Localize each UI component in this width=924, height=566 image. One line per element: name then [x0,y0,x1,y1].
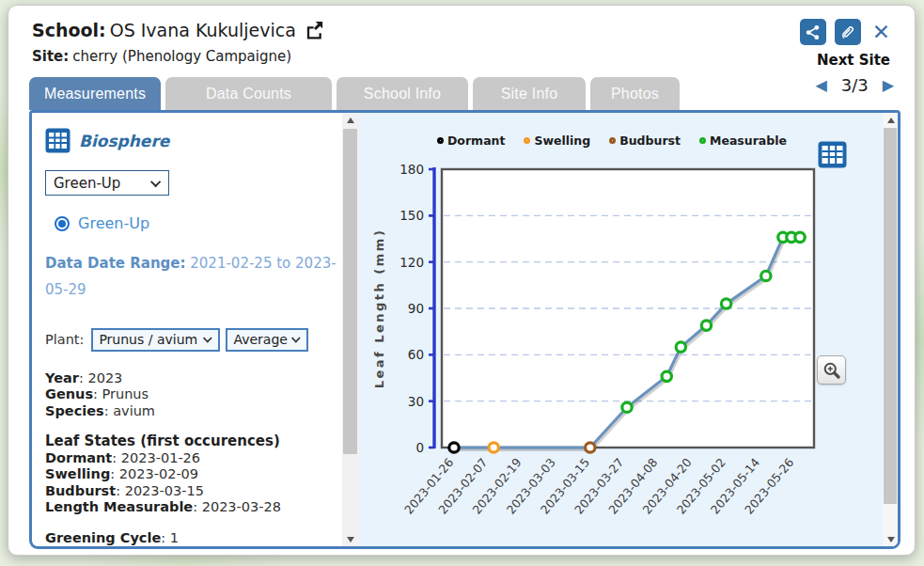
dialog-controls: ✕ Next Site ◀ 3/3 ▶ [800,19,890,95]
info-row: Greening Cycle: 1 [45,530,337,547]
svg-text:150: 150 [399,208,424,223]
info-row: Year: 2023 [45,370,337,387]
section-heading: Leaf States (first occurences) [45,433,337,450]
svg-text:30: 30 [408,394,424,409]
radio-selected-icon [55,216,70,231]
aggregate-select[interactable]: Average [226,328,308,352]
tab-site-info[interactable]: Site Info [473,77,586,110]
leaf-length-chart[interactable]: 03060901201501802023-01-262023-02-072023… [358,113,880,546]
tab-photos[interactable]: Photos [590,77,680,110]
chevron-down-icon [291,334,301,343]
chevron-down-icon [150,176,161,186]
info-row: Dormant: 2023-01-26 [45,450,337,467]
tab-bar: MeasurementsData CountsSchool InfoSite I… [29,77,680,110]
svg-text:90: 90 [408,301,424,316]
plant-label: Plant: [45,332,84,347]
school-title: School:OS Ivana Kukuljevica [32,19,325,40]
dataset-select[interactable]: Green-Up [45,170,169,196]
info-row: Genus: Prunus [45,386,337,403]
share-button[interactable] [800,19,826,45]
export-icon[interactable] [304,19,325,40]
chevron-down-icon [203,334,212,343]
school-label: School: [32,20,106,40]
info-panel-scrollbar[interactable] [342,113,358,546]
site-label: Site: [32,48,69,65]
next-site-label: Next Site [817,52,890,69]
biosphere-title: Biosphere [79,132,169,150]
data-date-range: Data Date Range: 2021-02-25 to 2023-05-2… [45,251,341,304]
zoom-in-button[interactable] [817,355,846,385]
info-row: Budburst: 2023-03-15 [45,483,337,500]
table-icon [818,141,847,168]
close-icon[interactable]: ✕ [872,20,890,44]
plant-selectors: Plant: Prunus / avium Average [45,328,337,352]
site-value: cherry (Phenology Campaigne) [72,48,291,65]
paperclip-icon [838,24,856,41]
plant-select-value: Prunus / avium [99,332,197,347]
svg-text:Leaf Length (mm): Leaf Length (mm) [372,228,386,389]
dialog-header: School:OS Ivana Kukuljevica Site:cherry … [32,19,325,65]
scroll-up-icon[interactable] [883,113,898,127]
info-rows: Year: 2023Genus: PrunusSpecies: aviumLea… [45,370,337,547]
scrollbar-thumb[interactable] [884,128,897,504]
svg-text:60: 60 [408,347,424,362]
biosphere-header: Biosphere [45,128,337,153]
site-subtitle: Site:cherry (Phenology Campaigne) [32,48,325,65]
dataset-select-value: Green-Up [54,175,120,192]
chart-panel-scrollbar[interactable] [883,113,898,546]
show-data-table-button[interactable] [818,141,847,172]
page-indicator: 3/3 [841,75,869,95]
table-icon [45,128,70,153]
scroll-up-icon[interactable] [342,113,358,127]
scrollbar-thumb[interactable] [343,129,357,454]
svg-text:120: 120 [399,255,424,270]
tab-data-counts[interactable]: Data Counts [165,77,332,110]
plant-select[interactable]: Prunus / avium [91,328,220,352]
measurements-info-panel: Biosphere Green-Up Green-Up Data Date Ra… [32,113,342,546]
site-pager: ◀ 3/3 ▶ [815,75,894,95]
aggregate-select-value: Average [233,332,288,347]
zoom-in-icon [822,361,841,380]
tab-measurements[interactable]: Measurements [29,77,161,110]
scroll-down-icon[interactable] [883,532,898,546]
info-row: Length Measurable: 2023-03-28 [45,499,337,516]
svg-text:180: 180 [399,162,424,177]
school-name: OS Ivana Kukuljevica [110,20,296,40]
site-dialog: School:OS Ivana Kukuljevica Site:cherry … [8,5,916,556]
prev-site-arrow-icon[interactable]: ◀ [815,78,826,93]
scroll-down-icon[interactable] [342,532,358,546]
tab-school-info[interactable]: School Info [337,77,468,110]
chart-panel: DormantSwellingBudburstMeasurable 030609… [358,113,898,546]
radio-label: Green-Up [78,214,149,232]
info-row: Swelling: 2023-02-09 [45,466,337,483]
link-button[interactable] [835,19,861,45]
green-up-radio[interactable]: Green-Up [55,214,337,232]
svg-text:0: 0 [415,440,424,455]
next-site-arrow-icon[interactable]: ▶ [883,78,894,93]
info-row: Species: avium [45,403,337,420]
tab-content: Biosphere Green-Up Green-Up Data Date Ra… [29,110,901,549]
share-nodes-icon [804,24,822,41]
date-range-label: Data Date Range: [45,255,186,272]
